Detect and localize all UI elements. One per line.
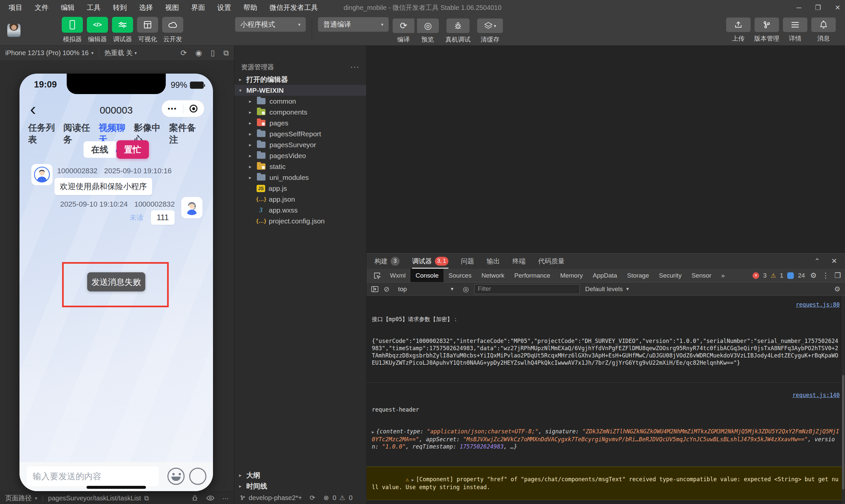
multi-window-icon[interactable]: ⧉ <box>224 49 229 57</box>
chevron-down-icon[interactable]: ▾ <box>91 51 93 55</box>
preview-button[interactable]: ◎ 预览 <box>417 17 439 44</box>
console-warning-entry[interactable]: ⚠▶[Component] property "href" of "pages/… <box>367 467 845 500</box>
menu-edit[interactable]: 编辑 <box>61 3 75 12</box>
editor-button[interactable]: </> 编辑器 <box>85 17 110 43</box>
menu-goto[interactable]: 转到 <box>113 3 127 12</box>
maximize-icon[interactable]: ❐ <box>815 4 821 12</box>
expand-caret-icon[interactable]: ▶ <box>412 478 414 482</box>
tab-wxml[interactable]: Wxml <box>385 269 410 282</box>
busy-button[interactable]: 置忙 <box>117 140 149 159</box>
tree-item-app-json[interactable]: {…}app.json <box>234 194 366 205</box>
errors-icon[interactable]: ⊗ <box>323 494 329 502</box>
compile-mode-select[interactable]: 普通编译 ▾ <box>318 17 389 32</box>
issues-icon[interactable] <box>787 272 794 279</box>
message-bubble[interactable]: 欢迎使用鼎和保险小程序 <box>54 178 152 195</box>
console-settings-gear-icon[interactable]: ⚙ <box>834 285 840 293</box>
tree-item-app-wxss[interactable]: 3app.wxss <box>234 205 366 216</box>
tree-item-app-js[interactable]: JSapp.js <box>234 183 366 194</box>
minimize-icon[interactable]: ─ <box>796 4 801 12</box>
menu-project[interactable]: 项目 <box>8 3 22 12</box>
exit-target-icon[interactable] <box>183 105 205 112</box>
tree-item-pages[interactable]: ▸pages <box>234 118 366 128</box>
console-log-entry[interactable]: request.js:140 request-header ▶{content-… <box>367 383 845 467</box>
details-button[interactable]: 详情 <box>781 18 809 43</box>
menu-interface[interactable]: 界面 <box>191 3 205 12</box>
tab-memory[interactable]: Memory <box>555 269 588 282</box>
tree-item-uni_modules[interactable]: ▸uni_modules <box>234 172 366 183</box>
object-preview[interactable]: ▶{content-type: "application/json;charse… <box>372 428 840 450</box>
console-scrollbar[interactable] <box>842 296 845 504</box>
tree-item-common[interactable]: ▸common <box>234 96 366 107</box>
tab-performance[interactable]: Performance <box>510 269 556 282</box>
upload-button[interactable]: 上传 <box>724 18 753 43</box>
menu-settings[interactable]: 设置 <box>217 3 231 12</box>
source-link[interactable]: request.js:140 <box>792 392 840 399</box>
copy-icon[interactable]: ⧉ <box>144 494 149 502</box>
tab-build[interactable]: 构建 3 <box>374 253 400 269</box>
record-icon[interactable]: ◉ <box>195 49 202 57</box>
menu-tools[interactable]: 工具 <box>87 3 101 12</box>
chevron-down-icon[interactable]: ▾ <box>135 51 137 55</box>
tab-code-quality[interactable]: 代码质量 <box>538 253 565 269</box>
collapse-icon[interactable]: ⌃ <box>814 257 820 265</box>
menu-view[interactable]: 视图 <box>165 3 179 12</box>
menu-help[interactable]: 帮助 <box>243 3 257 12</box>
tree-item-static[interactable]: ▸static <box>234 161 366 172</box>
tab-storage[interactable]: Storage <box>622 269 654 282</box>
compile-button[interactable]: ⟳ 编译 <box>393 17 415 44</box>
debugger-button[interactable]: 调试器 <box>110 17 135 43</box>
hot-reload-select[interactable]: 热重载 关 <box>104 49 133 57</box>
tab-security[interactable]: Security <box>654 269 687 282</box>
emoji-icon[interactable] <box>168 468 184 485</box>
menu-devtools[interactable]: 微信开发者工具 <box>269 3 318 12</box>
close-icon[interactable]: ✕ <box>831 257 837 265</box>
kebab-menu-icon[interactable]: ⋮ <box>822 271 829 280</box>
branch-name[interactable]: develop-phase2*+ <box>249 494 302 502</box>
menu-file[interactable]: 文件 <box>35 3 49 12</box>
eye-icon[interactable]: ◎ <box>463 285 469 293</box>
more-icon[interactable]: ··· <box>222 494 229 502</box>
device-frame-icon[interactable]: ▯ <box>211 49 215 57</box>
tree-item-components[interactable]: ▸components <box>234 107 366 118</box>
menu-select[interactable]: 选择 <box>139 3 153 12</box>
context-select[interactable]: top ▼ <box>395 284 458 294</box>
tab-sources[interactable]: Sources <box>443 269 476 282</box>
tab-console[interactable]: Console <box>410 269 443 282</box>
timeline-section[interactable]: ▸ 时间线 <box>234 481 366 491</box>
mode-select[interactable]: 小程序模式 ▾ <box>235 17 306 32</box>
log-levels-select[interactable]: Default levels ▼ <box>585 286 630 293</box>
online-button[interactable]: 在线 <box>84 141 116 158</box>
source-link[interactable]: request.js:80 <box>796 301 840 308</box>
user-avatar[interactable] <box>7 24 20 37</box>
clear-cache-button[interactable]: ▾ 清缓存 <box>477 17 503 44</box>
expand-caret-icon[interactable]: ▶ <box>372 430 374 434</box>
sync-icon[interactable]: ⟳ <box>310 494 315 502</box>
attach-plus-icon[interactable] <box>189 468 206 485</box>
tree-item-project-config[interactable]: {…}project.config.json <box>234 216 366 227</box>
tree-item-pagesSurveyor[interactable]: ▸pagesSurveyor <box>234 139 366 150</box>
messages-button[interactable]: 消息 <box>809 18 838 43</box>
warnings-icon[interactable]: ⚠ <box>339 494 345 502</box>
tab-network[interactable]: Network <box>476 269 510 282</box>
more-menu-icon[interactable]: ••• <box>162 105 183 112</box>
version-manage-button[interactable]: 版本管理 <box>753 18 781 43</box>
tab-terminal[interactable]: 终端 <box>512 253 526 269</box>
tab-debugger[interactable]: 调试器 3, 1 <box>412 253 448 269</box>
console-sidebar-icon[interactable] <box>371 286 379 292</box>
tab-problems[interactable]: 问题 <box>461 253 474 269</box>
cloud-dev-button[interactable]: 云开发 <box>160 17 185 43</box>
bug-icon[interactable] <box>191 494 198 502</box>
close-icon[interactable]: ✕ <box>835 4 840 12</box>
restart-icon[interactable]: ⟳ <box>181 49 187 57</box>
page-path-select[interactable]: 页面路径 <box>5 494 32 503</box>
chat-input[interactable] <box>27 466 159 486</box>
tree-item-pagesVideo[interactable]: ▸pagesVideo <box>234 150 366 161</box>
tab-sensor[interactable]: Sensor <box>687 269 716 282</box>
warning-count-icon[interactable]: ⚠ <box>771 272 776 279</box>
open-editors-section[interactable]: ▸ 打开的编辑器 <box>234 74 366 85</box>
outline-section[interactable]: ▸ 大纲 <box>234 470 366 481</box>
console-log-entry[interactable]: rtm-methods.js:115 发送消息失败 undefined <box>367 500 845 504</box>
more-icon[interactable]: ··· <box>350 63 359 71</box>
inspect-icon[interactable] <box>373 272 381 280</box>
tab-task-list[interactable]: 任务列表 <box>28 122 64 150</box>
